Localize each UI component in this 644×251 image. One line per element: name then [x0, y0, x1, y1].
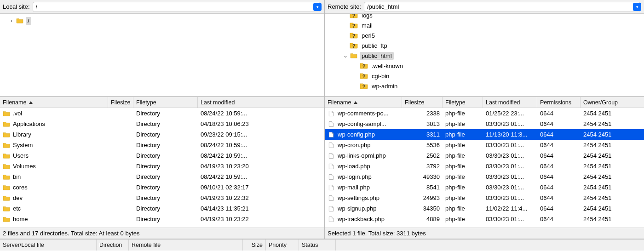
table-row[interactable]: wp-config-sampl...3013php-file03/30/23 0…: [325, 119, 644, 129]
remote-path-dropdown[interactable]: ▾: [633, 3, 641, 11]
table-row[interactable]: LibraryDirectory09/23/22 09:15:...: [0, 129, 324, 140]
file-size: 24993: [402, 194, 443, 201]
local-path-input[interactable]: [33, 2, 321, 12]
file-owner: 2454 2451: [581, 194, 627, 201]
file-name: cores: [13, 184, 28, 191]
file-perm: 0644: [537, 131, 581, 138]
col-filename[interactable]: Filename: [0, 97, 108, 108]
file-name: wp-config-sampl...: [338, 120, 386, 127]
tree-item[interactable]: ⌄public_html: [325, 51, 644, 61]
file-mod: 11/02/22 11:4...: [483, 205, 537, 212]
tcol-direction[interactable]: Direction: [97, 240, 129, 251]
tree-item[interactable]: .well-known: [325, 61, 644, 71]
table-row[interactable]: devDirectory04/19/23 10:22:32: [0, 193, 324, 203]
chevron-right-icon[interactable]: ›: [8, 17, 15, 24]
tree-item[interactable]: cgi-bin: [325, 71, 644, 81]
col-filetype[interactable]: Filetype: [443, 97, 483, 108]
table-row[interactable]: wp-load.php3792php-file03/30/23 01:...06…: [325, 161, 644, 171]
file-name: home: [13, 216, 28, 222]
table-row[interactable]: UsersDirectory08/24/22 10:59:...: [0, 150, 324, 161]
chevron-down-icon[interactable]: ⌄: [342, 52, 349, 59]
table-row[interactable]: wp-settings.php24993php-file03/30/23 01:…: [325, 193, 644, 203]
table-row[interactable]: etcDirectory04/14/23 11:35:21: [0, 203, 324, 214]
local-status: 2 files and 17 directories. Total size: …: [0, 228, 324, 239]
table-row[interactable]: .volDirectory08/24/22 10:59:...: [0, 108, 324, 119]
file-mod: 04/19/23 10:23:22: [198, 216, 308, 222]
file-type: Directory: [133, 184, 198, 191]
remote-sitebar: Remote site: ▾: [325, 0, 644, 14]
remote-path-input[interactable]: [364, 2, 640, 12]
tree-item[interactable]: perl5: [325, 30, 644, 40]
table-row[interactable]: wp-links-opml.php2502php-file03/30/23 01…: [325, 150, 644, 161]
local-filelist: Filename Filesize Filetype Last modified…: [0, 97, 324, 239]
file-type: php-file: [443, 110, 483, 117]
tree-item[interactable]: wp-admin: [325, 81, 644, 91]
remote-tree[interactable]: logsmailperl5public_ftp⌄public_html.well…: [325, 14, 644, 96]
col-filesize[interactable]: Filesize: [108, 97, 133, 108]
col-filesize[interactable]: Filesize: [402, 97, 443, 108]
table-row[interactable]: ApplicationsDirectory04/18/23 10:06:23: [0, 119, 324, 129]
folder-icon: [3, 120, 10, 128]
table-row[interactable]: binDirectory08/24/22 10:59:...: [0, 171, 324, 182]
file-type: php-file: [443, 216, 483, 222]
tree-item[interactable]: ›/: [0, 16, 324, 26]
file-type: Directory: [133, 216, 198, 222]
tree-item-label: perl5: [360, 32, 377, 40]
remote-tree-area: logsmailperl5public_ftp⌄public_html.well…: [325, 14, 644, 97]
file-icon: [328, 194, 335, 202]
tcol-remotefile[interactable]: Remote file: [129, 240, 243, 251]
file-name: wp-links-opml.php: [338, 152, 386, 159]
local-tree[interactable]: ›/: [0, 14, 324, 96]
file-name: wp-mail.php: [338, 184, 370, 191]
local-path-dropdown[interactable]: ▾: [313, 3, 322, 11]
tcol-size[interactable]: Size: [243, 240, 266, 251]
file-icon: [328, 131, 335, 138]
file-type: php-file: [443, 163, 483, 170]
local-files-body[interactable]: .volDirectory08/24/22 10:59:...Applicati…: [0, 108, 324, 228]
folder-icon: [3, 173, 10, 181]
col-filetype[interactable]: Filetype: [133, 97, 198, 108]
col-lastmod[interactable]: Last modified: [198, 97, 308, 108]
file-mod: 08/24/22 10:59:...: [198, 110, 308, 117]
table-row[interactable]: homeDirectory04/19/23 10:23:22: [0, 214, 324, 224]
table-row[interactable]: SystemDirectory08/24/22 10:59:...: [0, 140, 324, 150]
table-row[interactable]: coresDirectory09/10/21 02:32:17: [0, 182, 324, 193]
file-type: php-file: [443, 194, 483, 201]
tree-item-label: cgi-bin: [370, 72, 391, 80]
file-name: wp-trackback.php: [338, 216, 385, 222]
table-row[interactable]: wp-signup.php34350php-file11/02/22 11:4.…: [325, 203, 644, 214]
file-owner: 2454 2451: [581, 120, 627, 127]
tcol-status[interactable]: Status: [299, 240, 336, 251]
table-row[interactable]: wp-cron.php5536php-file03/30/23 01:...06…: [325, 140, 644, 150]
col-permissions[interactable]: Permissions: [537, 97, 581, 108]
file-mod: 03/30/23 01:...: [483, 194, 537, 201]
col-owner[interactable]: Owner/Group: [581, 97, 627, 108]
file-type: php-file: [443, 120, 483, 127]
tree-item[interactable]: mail: [325, 20, 644, 30]
table-row[interactable]: wp-trackback.php4889php-file03/30/23 01:…: [325, 214, 644, 224]
table-row[interactable]: wp-mail.php8541php-file03/30/23 01:...06…: [325, 182, 644, 193]
tcol-priority[interactable]: Priority: [266, 240, 299, 251]
file-mod: 08/24/22 10:59:...: [198, 142, 308, 148]
tcol-serverlocal[interactable]: Server/Local file: [0, 240, 97, 251]
file-type: Directory: [133, 205, 198, 212]
table-row[interactable]: wp-comments-po...2338php-file01/25/22 23…: [325, 108, 644, 119]
file-perm: 0644: [537, 184, 581, 191]
local-pane: Local site: ▾ ›/ Filename Filesize Filet…: [0, 0, 325, 239]
folder-icon: [350, 52, 358, 59]
col-lastmod[interactable]: Last modified: [483, 97, 537, 108]
tree-item-label: logs: [360, 14, 374, 19]
file-size: 3792: [402, 163, 443, 170]
remote-files-body[interactable]: wp-comments-po...2338php-file01/25/22 23…: [325, 108, 644, 228]
tree-item[interactable]: logs: [325, 14, 644, 20]
file-size: 4889: [402, 216, 443, 222]
transfer-queue-header: Server/Local file Direction Remote file …: [0, 239, 644, 251]
table-row[interactable]: wp-login.php49330php-file03/30/23 01:...…: [325, 171, 644, 182]
file-mod: 11/13/20 11:3...: [483, 131, 537, 138]
table-row[interactable]: wp-config.php3311php-file11/13/20 11:3..…: [325, 129, 644, 140]
col-filename[interactable]: Filename: [325, 97, 402, 108]
table-row[interactable]: VolumesDirectory04/19/23 10:23:20: [0, 161, 324, 171]
remote-site-label: Remote site:: [328, 3, 361, 10]
tree-item[interactable]: public_ftp: [325, 40, 644, 51]
file-mod: 03/30/23 01:...: [483, 163, 537, 170]
